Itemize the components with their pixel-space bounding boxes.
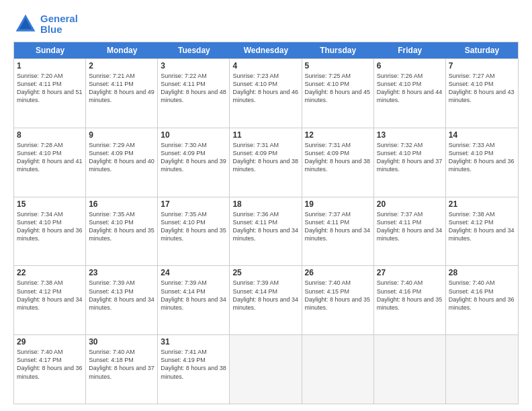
calendar-header: SundayMondayTuesdayWednesdayThursdayFrid… <box>14 42 518 58</box>
logo-text: General Blue <box>40 13 78 36</box>
day-info: Sunrise: 7:26 AMSunset: 4:10 PMDaylight:… <box>377 72 443 105</box>
day-number: 5 <box>305 61 371 71</box>
page: General Blue SundayMondayTuesdayWednesda… <box>0 0 532 411</box>
day-number: 11 <box>232 130 298 140</box>
day-info: Sunrise: 7:40 AMSunset: 4:16 PMDaylight:… <box>449 279 515 312</box>
calendar-cell: 7Sunrise: 7:27 AMSunset: 4:10 PMDaylight… <box>446 59 518 128</box>
calendar-cell: 17Sunrise: 7:35 AMSunset: 4:10 PMDayligh… <box>158 197 230 266</box>
calendar-cell: 30Sunrise: 7:40 AMSunset: 4:18 PMDayligh… <box>86 335 158 404</box>
calendar-cell: 29Sunrise: 7:40 AMSunset: 4:17 PMDayligh… <box>14 335 86 404</box>
calendar-cell: 3Sunrise: 7:22 AMSunset: 4:11 PMDaylight… <box>158 59 230 128</box>
calendar-row: 29Sunrise: 7:40 AMSunset: 4:17 PMDayligh… <box>14 334 518 404</box>
day-of-week-label: Saturday <box>446 42 518 58</box>
calendar-cell: 13Sunrise: 7:32 AMSunset: 4:10 PMDayligh… <box>374 128 446 197</box>
day-number: 15 <box>17 199 83 209</box>
calendar-cell: 23Sunrise: 7:39 AMSunset: 4:13 PMDayligh… <box>86 266 158 334</box>
day-number: 7 <box>449 61 515 71</box>
calendar-row: 22Sunrise: 7:38 AMSunset: 4:12 PMDayligh… <box>14 265 518 334</box>
calendar-cell: 21Sunrise: 7:38 AMSunset: 4:12 PMDayligh… <box>446 197 518 266</box>
day-info: Sunrise: 7:29 AMSunset: 4:09 PMDaylight:… <box>89 141 154 174</box>
day-info: Sunrise: 7:39 AMSunset: 4:14 PMDaylight:… <box>232 279 298 312</box>
day-number: 20 <box>377 199 443 209</box>
calendar-cell <box>446 335 518 404</box>
day-info: Sunrise: 7:40 AMSunset: 4:18 PMDaylight:… <box>89 348 154 381</box>
logo: General Blue <box>13 12 78 36</box>
calendar-cell: 26Sunrise: 7:40 AMSunset: 4:15 PMDayligh… <box>302 266 374 334</box>
calendar-cell: 5Sunrise: 7:25 AMSunset: 4:10 PMDaylight… <box>302 59 374 128</box>
day-info: Sunrise: 7:40 AMSunset: 4:16 PMDaylight:… <box>377 279 443 312</box>
day-info: Sunrise: 7:33 AMSunset: 4:10 PMDaylight:… <box>449 141 515 174</box>
day-number: 18 <box>232 199 298 209</box>
calendar-row: 8Sunrise: 7:28 AMSunset: 4:10 PMDaylight… <box>14 128 518 197</box>
calendar-row: 1Sunrise: 7:20 AMSunset: 4:11 PMDaylight… <box>14 58 518 128</box>
day-number: 4 <box>232 61 298 71</box>
day-number: 16 <box>89 199 154 209</box>
day-number: 19 <box>305 199 371 209</box>
day-number: 14 <box>449 130 515 140</box>
calendar-cell: 8Sunrise: 7:28 AMSunset: 4:10 PMDaylight… <box>14 128 86 197</box>
day-number: 23 <box>89 268 154 277</box>
calendar-cell: 19Sunrise: 7:37 AMSunset: 4:11 PMDayligh… <box>302 197 374 266</box>
calendar: SundayMondayTuesdayWednesdayThursdayFrid… <box>13 42 519 404</box>
calendar-cell: 11Sunrise: 7:31 AMSunset: 4:09 PMDayligh… <box>230 128 302 197</box>
calendar-cell: 25Sunrise: 7:39 AMSunset: 4:14 PMDayligh… <box>230 266 302 334</box>
calendar-cell: 10Sunrise: 7:30 AMSunset: 4:09 PMDayligh… <box>158 128 230 197</box>
day-number: 10 <box>161 130 226 140</box>
day-info: Sunrise: 7:21 AMSunset: 4:11 PMDaylight:… <box>89 72 154 105</box>
day-of-week-label: Friday <box>374 42 446 58</box>
calendar-cell: 14Sunrise: 7:33 AMSunset: 4:10 PMDayligh… <box>446 128 518 197</box>
day-number: 22 <box>17 268 83 277</box>
day-info: Sunrise: 7:36 AMSunset: 4:11 PMDaylight:… <box>232 210 298 243</box>
day-of-week-label: Wednesday <box>230 42 302 58</box>
day-info: Sunrise: 7:40 AMSunset: 4:17 PMDaylight:… <box>17 348 83 381</box>
day-number: 9 <box>89 130 154 140</box>
day-number: 29 <box>17 337 83 347</box>
day-number: 28 <box>449 268 515 277</box>
day-number: 8 <box>17 130 83 140</box>
day-info: Sunrise: 7:39 AMSunset: 4:14 PMDaylight:… <box>161 279 226 312</box>
day-info: Sunrise: 7:31 AMSunset: 4:09 PMDaylight:… <box>305 141 371 174</box>
day-number: 30 <box>89 337 154 347</box>
day-info: Sunrise: 7:34 AMSunset: 4:10 PMDaylight:… <box>17 210 83 243</box>
calendar-cell: 1Sunrise: 7:20 AMSunset: 4:11 PMDaylight… <box>14 59 86 128</box>
day-number: 3 <box>161 61 226 71</box>
day-info: Sunrise: 7:32 AMSunset: 4:10 PMDaylight:… <box>377 141 443 174</box>
day-number: 2 <box>89 61 154 71</box>
calendar-cell: 20Sunrise: 7:37 AMSunset: 4:11 PMDayligh… <box>374 197 446 266</box>
calendar-cell: 16Sunrise: 7:35 AMSunset: 4:10 PMDayligh… <box>86 197 158 266</box>
logo-icon <box>13 12 38 36</box>
day-info: Sunrise: 7:27 AMSunset: 4:10 PMDaylight:… <box>449 72 515 105</box>
calendar-cell: 9Sunrise: 7:29 AMSunset: 4:09 PMDaylight… <box>86 128 158 197</box>
calendar-row: 15Sunrise: 7:34 AMSunset: 4:10 PMDayligh… <box>14 197 518 266</box>
calendar-cell: 2Sunrise: 7:21 AMSunset: 4:11 PMDaylight… <box>86 59 158 128</box>
calendar-cell: 24Sunrise: 7:39 AMSunset: 4:14 PMDayligh… <box>158 266 230 334</box>
day-number: 31 <box>161 337 226 347</box>
day-number: 13 <box>377 130 443 140</box>
day-info: Sunrise: 7:25 AMSunset: 4:10 PMDaylight:… <box>305 72 371 105</box>
day-of-week-label: Thursday <box>302 42 374 58</box>
day-info: Sunrise: 7:28 AMSunset: 4:10 PMDaylight:… <box>17 141 83 174</box>
day-number: 24 <box>161 268 226 277</box>
calendar-cell: 12Sunrise: 7:31 AMSunset: 4:09 PMDayligh… <box>302 128 374 197</box>
day-number: 12 <box>305 130 371 140</box>
day-number: 25 <box>232 268 298 277</box>
header: General Blue <box>13 12 519 36</box>
calendar-cell: 28Sunrise: 7:40 AMSunset: 4:16 PMDayligh… <box>446 266 518 334</box>
day-info: Sunrise: 7:20 AMSunset: 4:11 PMDaylight:… <box>17 72 83 105</box>
calendar-cell: 31Sunrise: 7:41 AMSunset: 4:19 PMDayligh… <box>158 335 230 404</box>
day-info: Sunrise: 7:23 AMSunset: 4:10 PMDaylight:… <box>232 72 298 105</box>
day-info: Sunrise: 7:37 AMSunset: 4:11 PMDaylight:… <box>305 210 371 243</box>
day-info: Sunrise: 7:40 AMSunset: 4:15 PMDaylight:… <box>305 279 371 312</box>
day-info: Sunrise: 7:30 AMSunset: 4:09 PMDaylight:… <box>161 141 226 174</box>
day-info: Sunrise: 7:31 AMSunset: 4:09 PMDaylight:… <box>232 141 298 174</box>
calendar-body: 1Sunrise: 7:20 AMSunset: 4:11 PMDaylight… <box>14 58 518 404</box>
day-info: Sunrise: 7:22 AMSunset: 4:11 PMDaylight:… <box>161 72 226 105</box>
day-of-week-label: Tuesday <box>158 42 230 58</box>
day-info: Sunrise: 7:35 AMSunset: 4:10 PMDaylight:… <box>89 210 154 243</box>
calendar-cell: 18Sunrise: 7:36 AMSunset: 4:11 PMDayligh… <box>230 197 302 266</box>
calendar-cell <box>230 335 302 404</box>
day-number: 27 <box>377 268 443 277</box>
day-number: 26 <box>305 268 371 277</box>
calendar-cell: 4Sunrise: 7:23 AMSunset: 4:10 PMDaylight… <box>230 59 302 128</box>
day-info: Sunrise: 7:38 AMSunset: 4:12 PMDaylight:… <box>449 210 515 243</box>
